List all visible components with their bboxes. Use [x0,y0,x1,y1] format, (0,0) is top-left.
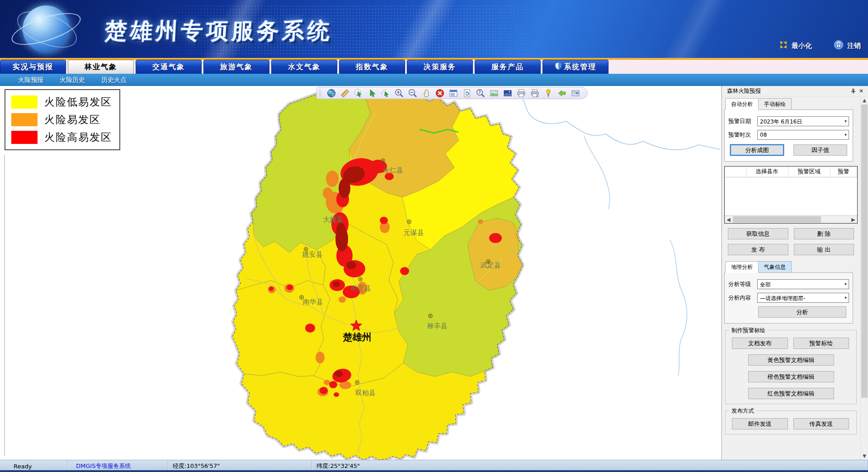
tab-label: 实况与预报 [13,62,53,72]
stop-icon[interactable] [434,88,445,98]
tab-交通气象[interactable]: 交通气象 [136,60,202,74]
scroll-down-icon[interactable]: ▼ [861,452,868,460]
status-bar: Ready DMGIS专项服务系统 经度:103°56'57" 纬度:25°32… [0,460,868,472]
tab-label: 系统管理 [564,62,597,72]
orange-doc-edit-button[interactable]: 橙色预警文档编辑 [748,371,834,382]
red-doc-edit-button[interactable]: 红色预警文档编辑 [748,388,834,399]
map-layers-icon[interactable] [570,88,581,98]
tab-label: 旅游气象 [220,62,253,72]
zoom-out-icon[interactable] [407,88,418,98]
measure-ruler-icon[interactable] [340,88,350,98]
print-icon[interactable] [516,88,527,98]
plot-group-label: 制作预警标绘 [729,327,768,334]
overview-window-icon[interactable] [448,88,459,98]
analysis-level-label: 分析等级 [728,281,757,288]
shield-icon [555,62,562,72]
tab-label: 林业气象 [85,62,117,72]
export-button[interactable]: 输 出 [794,244,854,255]
scroll-left-icon[interactable]: ◀ [725,216,732,223]
hotspot-pin-icon[interactable] [543,88,554,98]
fax-send-button[interactable]: 传真发送 [793,418,849,429]
legend-label: 火险易发区 [44,113,101,127]
map-toolbar: ? [316,87,588,99]
map-image-icon[interactable] [502,88,513,98]
pin-icon[interactable] [849,87,857,95]
tab-气象信息[interactable]: 气象信息 [758,261,792,273]
tab-水文气象[interactable]: 水文气象 [271,60,337,74]
tab-旅游气象[interactable]: 旅游气象 [203,60,269,74]
subnav-item-历史火点[interactable]: 历史火点 [101,76,127,84]
table-hscrollbar[interactable]: ◀ ▶ [725,215,857,223]
publish-button[interactable]: 发 布 [728,244,788,255]
nav-tabs: 实况与预报林业气象交通气象旅游气象水文气象指数气象决策服务服务产品系统管理 [0,60,868,74]
analyze-map-button[interactable]: 分析成图 [730,144,784,156]
yellow-doc-edit-button[interactable]: 黄色预警文档编辑 [748,354,834,366]
email-send-button[interactable]: 邮件发送 [732,418,788,429]
map-area: 永仁县元谋县大姚县姚安县武定县牟定县南华县禄丰县双柏县楚雄州 火险低易发区火险易… [0,86,722,460]
tab-自动分析[interactable]: 自动分析 [725,98,759,110]
panel-tabs: 自动分析手动标绘 [725,98,859,110]
subnav-item-火险预报[interactable]: 火险预报 [18,76,43,84]
delete-button[interactable]: 删 除 [794,228,854,239]
back-icon[interactable] [557,88,567,98]
minimize-label: 最小化 [792,42,812,50]
publish-method-label: 发布方式 [729,407,756,415]
panel-titlebar: 森林火险预报 ✕ [722,86,868,96]
publish-method-group: 发布方式 邮件发送 传真发送 [725,410,857,434]
tab-实况与预报[interactable]: 实况与预报 [0,60,66,74]
app-banner: 楚雄州专项服务系统 最小化 [0,0,868,58]
scroll-up-icon[interactable]: ▲ [861,96,868,104]
select-arrow-icon[interactable] [367,88,377,98]
select-by-polygon-icon[interactable] [380,88,391,98]
logout-button[interactable]: 注销 [834,40,861,52]
warning-plot-button[interactable]: 预警标绘 [793,338,849,349]
tab-label: 指数气象 [356,62,388,72]
status-bottom-strip [0,470,868,472]
map-label-永仁县: 永仁县 [383,166,403,174]
full-extent-globe-icon[interactable] [326,88,337,98]
column-header-预警[interactable]: 预警 [830,167,857,177]
analyze-button[interactable]: 分析 [758,306,846,318]
pan-hand-icon[interactable] [421,88,432,98]
panel-scrollbar[interactable]: ▲ ▼ [860,96,868,460]
tab-地理分析[interactable]: 地理分析 [725,261,759,273]
minimize-icon [779,40,788,51]
export-image-icon[interactable] [489,88,500,98]
factor-value-button[interactable]: 因子值 [793,144,847,156]
map-label-楚雄州: 楚雄州 [343,332,372,343]
map-label-牟定县: 牟定县 [351,284,371,292]
scroll-thumb[interactable] [861,105,868,398]
close-icon[interactable]: ✕ [857,87,865,95]
get-info-button[interactable]: 获取信息 [728,228,788,239]
tab-决策服务[interactable]: 决策服务 [407,60,473,74]
warning-time-combo[interactable]: 08▾ [757,130,849,140]
warning-table-body[interactable] [725,177,857,215]
print-preview-icon[interactable] [529,88,540,98]
map-legend: 火险低易发区火险易发区火险高易发区 [5,89,120,150]
warning-date-combo[interactable]: 2023年 6月16日▾ [757,116,849,126]
analysis-content-combo[interactable]: —请选择地理图层-▾ [757,293,849,303]
refresh-icon[interactable] [462,88,472,98]
warning-table-header: 选择县市预警区域预警 [725,167,857,177]
minimize-button[interactable]: 最小化 [779,40,812,51]
scroll-right-icon[interactable]: ▶ [849,216,857,223]
hscroll-thumb[interactable] [733,216,821,223]
globe-logo [13,2,80,55]
column-header-select[interactable] [725,167,746,177]
doc-publish-button[interactable]: 文档发布 [732,338,788,349]
forest-fire-panel: 森林火险预报 ✕ ▲ ▼ 自动分析手动标绘 预警日期 2023年 6月16日▾ … [722,86,868,460]
select-by-circle-icon[interactable] [353,88,364,98]
tab-林业气象[interactable]: 林业气象 [68,60,134,74]
tab-指数气象[interactable]: 指数气象 [339,60,405,74]
identify-icon[interactable]: ? [475,88,486,98]
column-header-预警区域[interactable]: 预警区域 [788,167,830,177]
tab-服务产品[interactable]: 服务产品 [475,60,541,74]
zoom-in-icon[interactable] [394,88,405,98]
column-header-选择县市[interactable]: 选择县市 [746,167,788,177]
analysis-level-combo[interactable]: 全部▾ [757,279,849,289]
tab-手动标绘[interactable]: 手动标绘 [758,98,792,110]
tab-label: 交通气象 [152,62,185,72]
subnav-item-火险历史[interactable]: 火险历史 [60,76,85,84]
tab-系统管理[interactable]: 系统管理 [542,60,609,74]
toolbar-grip[interactable] [319,89,321,97]
